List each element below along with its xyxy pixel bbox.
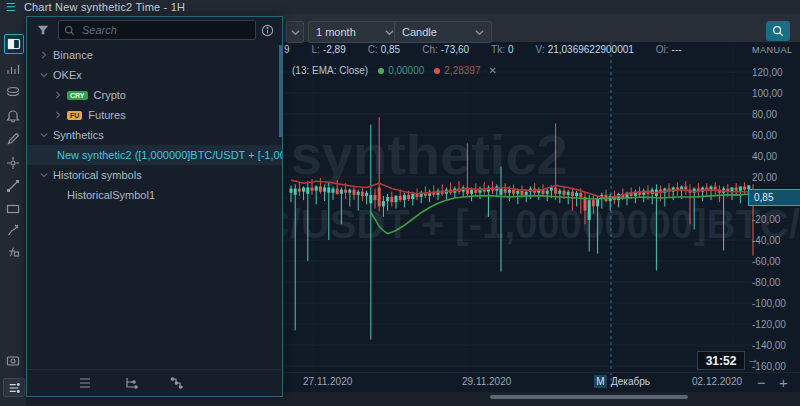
price-tick: 100,00 <box>752 88 783 99</box>
list-rows-icon[interactable] <box>75 375 95 391</box>
zoom-out-button[interactable]: − <box>757 374 766 391</box>
status-item: L:-2,89 <box>312 44 346 55</box>
tree-branch-icon[interactable] <box>121 375 141 391</box>
price-tick: -40,00 <box>752 235 780 246</box>
tree-item-label: HistoricalSymbol1 <box>67 189 155 201</box>
manual-scale-label[interactable]: MANUAL <box>752 45 793 55</box>
layers-icon[interactable] <box>4 83 22 101</box>
tree-item-crypto[interactable]: CRYCrypto <box>27 85 282 105</box>
market-badge-cry: CRY <box>67 91 88 100</box>
magnifier-icon <box>772 25 784 37</box>
status-item: V:21,0369622900001 <box>536 44 634 55</box>
title-bar: ☰ Chart New synthetic2 Time - 1H <box>0 0 800 14</box>
market-badge-fu: FU <box>67 111 82 120</box>
status-item: Ch:-73,60 <box>422 44 469 55</box>
range-select-value: 1 month <box>316 26 356 38</box>
chevron-right-icon[interactable] <box>53 91 63 99</box>
tree-item-label: Futures <box>88 109 125 121</box>
search-icon <box>64 25 75 36</box>
time-axis-border <box>283 372 800 373</box>
crosshair-icon[interactable] <box>4 154 22 172</box>
chevron-down-icon <box>475 28 484 37</box>
chart-title: Chart New synthetic2 Time - 1H <box>24 1 185 13</box>
range-select[interactable]: 1 month <box>308 21 402 43</box>
status-item: Oi:--- <box>656 44 682 55</box>
price-tick: 120,00 <box>752 67 783 78</box>
object-tree-icon[interactable] <box>3 378 25 397</box>
zoom-in-button[interactable]: + <box>779 374 788 391</box>
price-tick: -80,00 <box>752 277 780 288</box>
symbol-search-header <box>27 17 282 43</box>
symbol-search-panel: BinanceOKExCRYCryptoFUFuturesSyntheticsN… <box>26 16 283 397</box>
ohlc-status-row: 9L:-2,89C:0,85Ch:-73,60Tk:0V:21,03696229… <box>284 42 704 56</box>
tree-item-historicalsymbol1[interactable]: HistoricalSymbol1 <box>27 185 282 205</box>
brush-tool-icon[interactable] <box>4 221 22 239</box>
tree-item-label: Binance <box>53 49 93 61</box>
price-tick: -20,00 <box>752 214 780 225</box>
tree-item-synthetics[interactable]: Synthetics <box>27 125 282 145</box>
price-tick: 60,00 <box>752 130 777 141</box>
rectangle-tool-icon[interactable] <box>4 200 22 218</box>
price-tick: -140,00 <box>752 340 786 351</box>
search-box[interactable] <box>58 20 256 40</box>
watchlist-panel-icon[interactable] <box>4 34 24 54</box>
tree-item-label: OKEx <box>53 69 82 81</box>
price-tick: -120,00 <box>752 319 786 330</box>
info-icon[interactable] <box>256 21 278 39</box>
price-tick: -60,00 <box>752 256 780 267</box>
tree-steps-icon[interactable] <box>167 375 187 391</box>
tree-item-binance[interactable]: Binance <box>27 45 282 65</box>
month-label: Декабрь <box>611 376 650 387</box>
chart-zoom-button[interactable] <box>766 21 790 41</box>
symbol-tree: BinanceOKExCRYCryptoFUFuturesSyntheticsN… <box>27 45 282 205</box>
bar-countdown: 31:52 <box>697 351 745 370</box>
chevron-down-icon[interactable] <box>39 71 49 79</box>
chart-bars-icon[interactable] <box>4 60 22 78</box>
last-price-label: 0,85 <box>748 189 800 206</box>
pencil-draw-icon[interactable] <box>4 130 22 148</box>
chevron-right-icon[interactable] <box>39 51 49 59</box>
chevron-down-icon[interactable] <box>39 171 49 179</box>
ema-slow-dot <box>434 68 440 74</box>
ema-label: (13: EMA: Close) <box>292 65 368 76</box>
tree-item-okex[interactable]: OKEx <box>27 65 282 85</box>
snapshot-icon[interactable] <box>4 352 22 370</box>
tree-item-label: Historical symbols <box>53 169 142 181</box>
horizontal-scrollbar[interactable] <box>490 395 688 399</box>
status-item: C:0,85 <box>368 44 400 55</box>
ema-fast-value: 0,00000 <box>388 65 424 76</box>
tree-item-historical[interactable]: Historical symbols <box>27 165 282 185</box>
tree-item-new[interactable]: New synthetic2 ([1,000000]BTC/USDT + [-1… <box>27 145 282 165</box>
tree-item-label: Synthetics <box>53 129 104 141</box>
chevron-down-icon[interactable] <box>39 131 49 139</box>
panel-footer <box>27 369 282 396</box>
tree-item-futures[interactable]: FUFutures <box>27 105 282 125</box>
price-tick: 20,00 <box>752 172 777 183</box>
chart-type-value: Candle <box>402 26 437 38</box>
tree-item-label: Crypto <box>94 89 126 101</box>
ema-indicator-row: (13: EMA: Close) 0,00000 2,28397 ✕ <box>292 64 497 77</box>
ohlc-fragment: 9 <box>284 44 290 55</box>
alerts-bell-icon[interactable] <box>4 107 22 125</box>
go-to-realtime-icon[interactable]: → <box>747 352 759 366</box>
search-input[interactable] <box>80 23 244 37</box>
chart-type-select[interactable]: Candle <box>394 21 492 43</box>
close-indicator-icon[interactable]: ✕ <box>488 65 496 76</box>
date-tick: 02.12.2020 <box>692 376 742 387</box>
tree-item-label: New synthetic2 ([1,000000]BTC/USDT + [-1… <box>57 149 282 161</box>
candlestick-chart[interactable] <box>283 42 758 390</box>
menu-icon[interactable]: ☰ <box>6 2 16 13</box>
left-toolbar <box>0 14 27 406</box>
price-tick: 80,00 <box>752 109 777 120</box>
filter-icon[interactable] <box>32 21 54 39</box>
trend-line-icon[interactable] <box>4 177 22 195</box>
symbol-dropdown-toggle[interactable] <box>286 21 304 43</box>
indicator-fn-icon[interactable] <box>4 242 22 260</box>
price-tick: -100,00 <box>752 298 786 309</box>
chevron-right-icon[interactable] <box>53 111 63 119</box>
status-item: Tk:0 <box>491 44 513 55</box>
month-badge: М <box>594 375 607 388</box>
date-tick: 27.11.2020 <box>303 376 352 387</box>
chevron-down-icon <box>385 28 394 37</box>
ema-fast-dot <box>378 68 384 74</box>
